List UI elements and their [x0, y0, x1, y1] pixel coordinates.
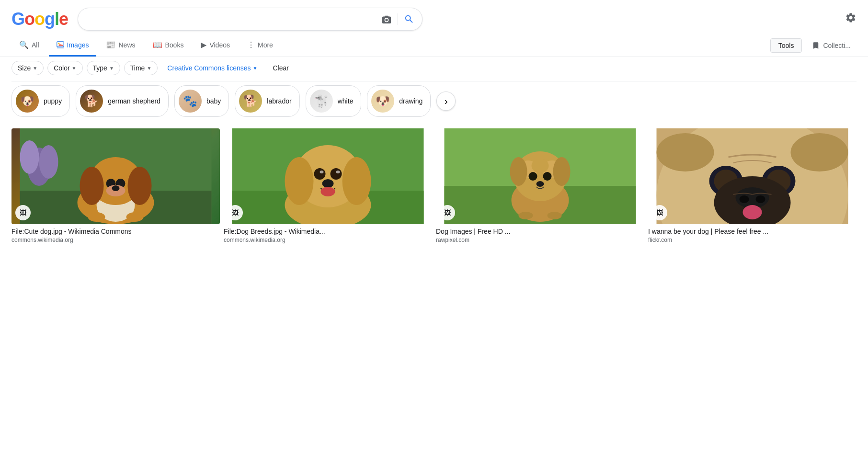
tab-news[interactable]: 📰 News [98, 34, 143, 57]
type-filter-button[interactable]: Type ▼ [87, 61, 120, 75]
image-1 [11, 128, 220, 224]
tab-all[interactable]: 🔍 All [11, 34, 47, 57]
divider [398, 13, 398, 25]
svg-point-18 [88, 212, 105, 222]
image-badge-2: 🖼 [228, 205, 243, 220]
tab-books[interactable]: 📖 Books [145, 34, 192, 57]
related-thumb-shepherd: 🐕 [80, 90, 103, 113]
image-item-3[interactable]: 🖼 Dog Images | Free HD ... rawpixel.com [436, 128, 644, 243]
logo-o2: o [34, 9, 45, 29]
related-search-puppy[interactable]: 🐶 puppy [11, 85, 70, 117]
image-source-3: rawpixel.com [436, 237, 644, 243]
related-search-labrador[interactable]: 🐕 labrador [235, 85, 299, 117]
google-logo: Google [11, 9, 68, 29]
related-thumb-baby: 🐾 [179, 90, 202, 113]
dog-image-2-svg [224, 128, 432, 224]
time-filter-button[interactable]: Time ▼ [124, 61, 158, 75]
tab-videos-label: Videos [209, 41, 230, 49]
bookmark-icon [811, 41, 820, 50]
related-search-baby[interactable]: 🐾 baby [174, 85, 229, 117]
books-tab-icon: 📖 [153, 40, 162, 49]
cc-arrow-icon: ▼ [253, 66, 258, 71]
image-container-1: 🖼 [11, 128, 220, 224]
related-label-shepherd: german shepherd [108, 97, 160, 105]
related-label-drawing: drawing [399, 97, 423, 105]
svg-point-44 [519, 212, 533, 219]
search-bar-icons [381, 13, 414, 25]
search-button[interactable] [404, 14, 414, 24]
svg-point-8 [39, 145, 58, 179]
related-thumb-puppy: 🐶 [16, 90, 39, 113]
tab-more[interactable]: ⋮ More [240, 34, 281, 57]
image-title-2: File:Dog Breeds.jpg - Wikimedia... [224, 227, 432, 236]
tab-images[interactable]: Images [49, 35, 97, 57]
svg-point-7 [20, 140, 39, 174]
search-tab-icon: 🔍 [19, 40, 29, 49]
svg-point-42 [543, 172, 552, 181]
images-tab-icon [57, 41, 64, 49]
clear-button[interactable]: Clear [267, 61, 294, 75]
image-item-2[interactable]: 🖼 File:Dog Breeds.jpg - Wikimedia... com… [224, 128, 432, 243]
size-filter-button[interactable]: Size ▼ [11, 61, 44, 75]
svg-point-12 [80, 167, 104, 205]
related-searches: 🐶 puppy 🐕 german shepherd 🐾 baby 🐕 labra… [0, 81, 868, 125]
svg-point-17 [112, 185, 120, 191]
related-thumb-white: 🐩 [310, 90, 333, 113]
dog-image-1-svg [11, 128, 220, 224]
logo-g: G [11, 9, 24, 29]
svg-point-27 [331, 168, 342, 180]
camera-icon [381, 15, 392, 23]
search-bar: dog [78, 8, 423, 31]
header: Google dog [0, 0, 868, 34]
image-badge-3: 🖼 [440, 205, 455, 220]
svg-point-30 [322, 179, 334, 188]
svg-point-57 [756, 195, 765, 203]
related-thumb-labrador: 🐕 [239, 90, 262, 113]
image-item-1[interactable]: 🖼 File:Cute dog.jpg - Wikimedia Commons … [11, 128, 220, 243]
collections-button[interactable]: Collecti... [806, 38, 857, 53]
image-container-4: 🖼 [648, 128, 857, 224]
svg-point-58 [743, 205, 762, 219]
related-label-baby: baby [206, 97, 221, 105]
related-label-labrador: labrador [267, 97, 291, 105]
time-filter-label: Time [130, 64, 145, 72]
settings-button[interactable] [845, 12, 857, 26]
svg-point-38 [532, 159, 549, 173]
gear-icon [845, 12, 857, 23]
dog-image-3-svg [436, 128, 644, 224]
svg-point-13 [128, 167, 152, 205]
camera-search-button[interactable] [381, 15, 392, 23]
tools-button[interactable]: Tools [770, 38, 802, 53]
image-title-3: Dog Images | Free HD ... [436, 227, 644, 236]
logo-g2: g [45, 9, 55, 29]
related-thumb-drawing: 🐶 [371, 90, 394, 113]
nav-right: Tools Collecti... [770, 38, 857, 53]
related-search-white[interactable]: 🐩 white [306, 85, 362, 117]
next-arrow-button[interactable]: › [436, 91, 456, 111]
image-badge-4: 🖼 [652, 205, 667, 220]
svg-point-19 [126, 212, 144, 222]
size-arrow-icon: ▼ [33, 66, 37, 71]
more-tab-icon: ⋮ [247, 40, 255, 49]
time-arrow-icon: ▼ [147, 66, 151, 71]
nav-tabs: 🔍 All Images 📰 News 📖 Books ▶ Videos ⋮ M… [0, 34, 868, 57]
related-search-drawing[interactable]: 🐶 drawing [367, 85, 431, 117]
svg-point-40 [553, 157, 571, 186]
svg-point-31 [321, 187, 335, 196]
filter-bar: Size ▼ Color ▼ Type ▼ Time ▼ Creative Co… [0, 57, 868, 81]
related-search-shepherd[interactable]: 🐕 german shepherd [76, 85, 169, 117]
tab-videos[interactable]: ▶ Videos [193, 34, 238, 57]
search-input[interactable]: dog [86, 14, 381, 24]
color-filter-button[interactable]: Color ▼ [47, 61, 82, 75]
videos-tab-icon: ▶ [201, 40, 206, 49]
image-item-4[interactable]: 🖼 I wanna be your dog | Please feel free… [648, 128, 857, 243]
search-icon [404, 14, 414, 24]
cc-license-button[interactable]: Creative Commons licenses ▼ [161, 61, 263, 75]
collections-label: Collecti... [823, 42, 851, 49]
tab-all-label: All [32, 41, 39, 49]
news-tab-icon: 📰 [106, 40, 115, 49]
svg-point-60 [791, 133, 848, 171]
svg-point-41 [529, 172, 537, 181]
svg-point-26 [314, 168, 326, 180]
type-filter-label: Type [93, 64, 107, 72]
